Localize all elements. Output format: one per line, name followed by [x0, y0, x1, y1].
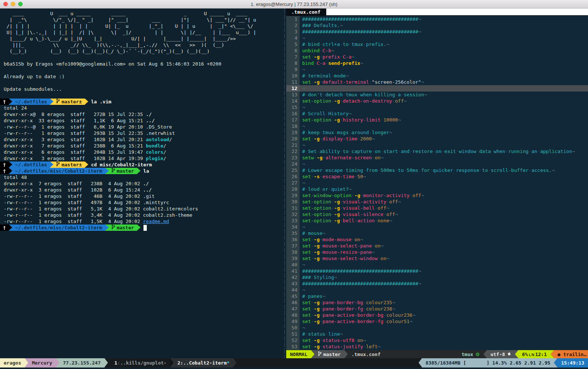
line-number: 32 — [286, 211, 300, 217]
vim-pane[interactable]: .tmux.conf 1############################… — [286, 9, 588, 358]
vim-line-text: bind·C-a·send-prefix¬ — [300, 60, 588, 66]
git-branch-icon — [112, 168, 115, 174]
eol-marker: ¬ — [348, 111, 351, 116]
line-number: 11 — [286, 79, 300, 85]
shell-line — [0, 92, 283, 99]
mode-indicator: NORMAL — [286, 350, 311, 358]
eol-marker: ¬ — [323, 230, 326, 236]
eol-marker: ¬ — [404, 98, 407, 104]
zoom-button[interactable] — [18, 2, 23, 6]
gear-icon: ⚙ — [475, 352, 480, 357]
vim-line: 7set·-g·prefix·C-a¬ — [286, 54, 588, 60]
vim-tab-tmux-conf[interactable]: .tmux.conf — [286, 9, 326, 16]
close-button[interactable] — [3, 2, 8, 6]
vim-line-text: #·loud·or·quiet?¬ — [300, 186, 588, 192]
listing-text: drwxr-xr-x 3 eragos staff 102B 6 Aug 15:… — [4, 187, 143, 193]
shell-line: Already up to date :) — [0, 73, 283, 80]
statusline-fill — [384, 350, 458, 358]
vim-buffer[interactable]: 1#######################################… — [286, 16, 588, 350]
powerline-separator — [170, 358, 174, 368]
apple-icon — [507, 351, 511, 357]
shell-prompt: †~/.dotfiles/misc/Cobalt2-itermmaster — [0, 225, 283, 231]
file-listing-row: -rw-r--r-- 1 eragos staff 46B 4 Aug 20:0… — [0, 193, 283, 199]
vim-line: 45#·panes¬ — [286, 293, 588, 299]
vim-line-text: set·-g·pane-active-border-bg·colour236¬ — [300, 312, 588, 318]
vim-line: 10#·terminal·mode¬ — [286, 73, 588, 79]
vim-line: 34¬ — [286, 224, 588, 230]
vim-line: 50¬ — [286, 325, 588, 331]
ascii-art-line: /| | | | | | | | | | U| |_ u |_"_| U | |… — [0, 23, 283, 29]
window-tab-2[interactable]: 2:..Cobalt2-iterm* — [174, 358, 233, 368]
vim-line-text: unbind·C-b¬ — [300, 47, 588, 54]
minimize-button[interactable] — [11, 2, 15, 6]
file-link[interactable]: readme.md — [143, 219, 169, 224]
powerline-separator — [483, 350, 487, 358]
powerline-separator — [85, 99, 88, 105]
encoding-indicator: utf-8 — [487, 350, 515, 358]
line-number: 31 — [286, 205, 300, 211]
vim-line: 52set·-g·status-utf8·on¬ — [286, 337, 588, 343]
prompt-branch-segment: master± — [53, 99, 85, 105]
ascii-art-line: |||_ \\ _// \\_ )(\\,-.-,_|___|_,-.// \\… — [0, 42, 283, 48]
eol-marker: ¬ — [302, 86, 305, 91]
prompt-status-segment: † — [0, 99, 9, 105]
vim-line-text: ¬ — [300, 224, 588, 230]
vim-line: 9¬ — [286, 66, 588, 73]
eol-marker: ¬ — [421, 79, 424, 85]
shell-pane[interactable]: ____ U ___ u _____ _____ _ U _____ u ___… — [0, 9, 283, 358]
line-number: 35 — [286, 230, 300, 236]
line-number: 27 — [286, 180, 300, 186]
vim-line: 13#·don't·detach·tmux·when·killing·a·ses… — [286, 92, 588, 98]
line-number-icon: ʟɴ — [529, 352, 535, 357]
line-number: 33 — [286, 217, 300, 224]
powerline-separator — [105, 358, 108, 368]
powerline-separator — [9, 99, 12, 105]
eol-marker: ¬ — [572, 149, 575, 154]
vim-line-text: #·Scroll·History¬ — [300, 110, 588, 117]
vim-line-text: set-option·-g·visual-activity·off¬ — [300, 199, 588, 205]
file-listing-row: -rw-r--r-- 1 eragos staff 3,4K 4 Aug 20:… — [0, 212, 283, 218]
vim-line: 22#·Set·ability·to·capture·on·start·and·… — [286, 148, 588, 154]
window-tab-1[interactable]: 1:..kills/gnuplot- — [108, 358, 171, 368]
vim-line-text: #·panes¬ — [300, 293, 588, 299]
line-number: 41 — [286, 268, 300, 274]
eol-marker: ¬ — [302, 35, 305, 41]
line-number: 44 — [286, 287, 300, 293]
pane-border[interactable] — [283, 9, 286, 358]
clock: 15:49:13 — [557, 358, 588, 368]
powerline-separator — [25, 358, 28, 368]
shell-prompt: †~/.dotfilesmaster± cd misc/Cobalt2-iter… — [0, 162, 283, 168]
titlebar[interactable]: 1. eragos@Mercury | 77.23.155.247 (sh) — [0, 0, 588, 9]
vim-line: 25#·Lower·escape·timing·from·500ms·to·50… — [286, 167, 588, 173]
line-number: 5 — [286, 41, 300, 47]
terminal-cursor[interactable] — [143, 225, 147, 231]
listing-text: autoload — [146, 137, 169, 142]
prompt-branch-segment: master — [109, 168, 137, 174]
statusline-branch: master — [314, 350, 344, 358]
listing-text: plugin — [146, 156, 163, 161]
line-number: 2 — [286, 22, 300, 29]
vim-line: 42###·Styling¬ — [286, 274, 588, 280]
vim-line-text: set·-g·mouse-select-window·on¬ — [300, 255, 588, 262]
tmux-bar-fill — [237, 358, 419, 368]
vim-line: 6unbind·C-b¬ — [286, 47, 588, 54]
line-number: 49 — [286, 318, 300, 325]
ascii-art-line: (__)_) (__) (__) (__)(__)(_/ \_)-´ `-(_/… — [0, 48, 283, 54]
eol-marker: ¬ — [302, 142, 305, 148]
listing-text: ./ — [143, 181, 149, 186]
vim-line: 30set-option·-g·visual-activity·off¬ — [286, 199, 588, 205]
vim-line-text: set·-g·status-justify·left¬ — [300, 343, 588, 350]
git-branch-icon — [56, 99, 60, 105]
eol-marker: ¬ — [331, 48, 334, 53]
vim-line-text: ########################################… — [300, 29, 588, 35]
eol-marker: ¬ — [302, 180, 305, 186]
line-number: 25 — [286, 167, 300, 173]
shell-line: Update submodules... — [0, 86, 283, 92]
vim-line-text: ¬ — [300, 142, 588, 148]
eol-marker: ¬ — [418, 268, 421, 274]
vim-line-text: ¬ — [300, 66, 588, 73]
eol-marker: ¬ — [418, 281, 421, 286]
vim-line: 41######################################… — [286, 268, 588, 274]
eol-marker: ¬ — [412, 312, 415, 318]
vim-line: 49set·-g·pane-active-border-fg·colour51¬ — [286, 318, 588, 325]
